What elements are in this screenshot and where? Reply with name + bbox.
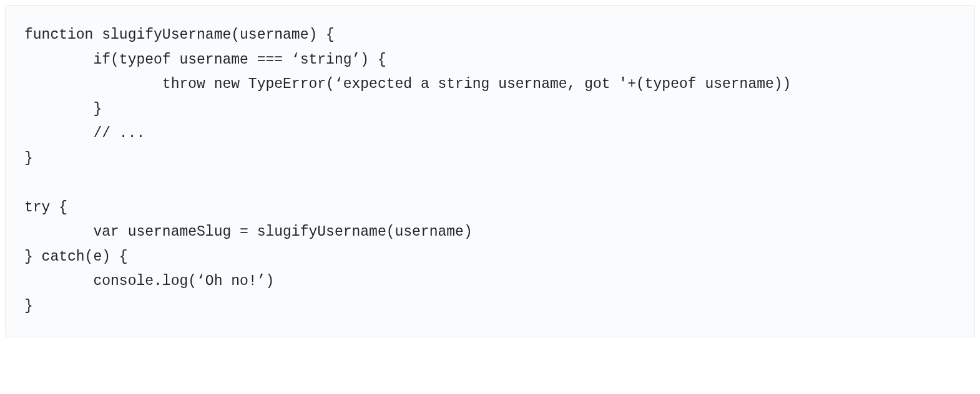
- code-line: throw new TypeError(‘expected a string u…: [24, 76, 791, 92]
- code-line: // ...: [24, 125, 145, 142]
- code-line: console.log(‘Oh no!’): [24, 273, 274, 289]
- code-line: }: [24, 298, 33, 314]
- code-line: function slugifyUsername(username) {: [24, 27, 335, 43]
- code-line: var usernameSlug = slugifyUsername(usern…: [24, 224, 473, 240]
- code-line: try {: [24, 199, 67, 216]
- code-line: }: [24, 150, 33, 166]
- code-line: if(typeof username === ‘string’) {: [24, 52, 386, 68]
- code-line: }: [24, 101, 102, 117]
- code-block[interactable]: function slugifyUsername(username) { if(…: [5, 5, 975, 337]
- code-line: } catch(e) {: [24, 249, 128, 265]
